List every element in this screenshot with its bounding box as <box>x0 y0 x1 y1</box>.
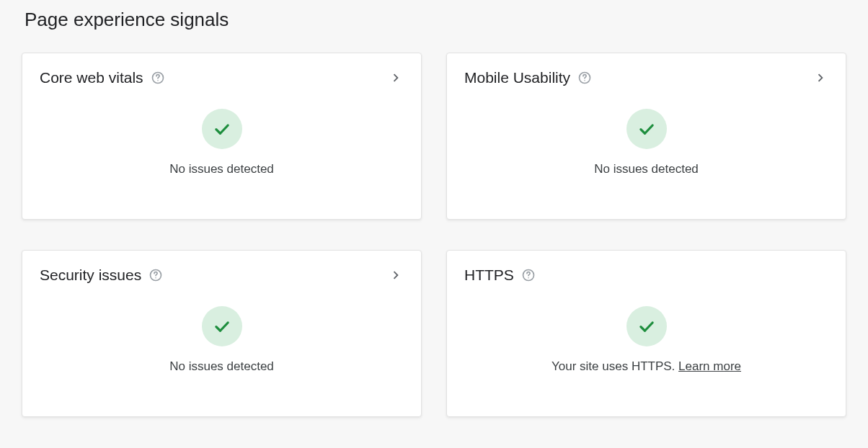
status-prefix: Your site uses HTTPS. <box>552 359 678 373</box>
svg-point-5 <box>155 277 156 279</box>
check-icon <box>202 109 242 149</box>
card-body: Your site uses HTTPS. Learn more <box>464 284 828 400</box>
check-icon <box>626 306 667 346</box>
help-icon[interactable] <box>521 268 536 282</box>
card-title: Security issues <box>40 266 141 284</box>
card-header: Security issues <box>40 266 404 284</box>
check-icon <box>202 306 242 346</box>
status-text: Your site uses HTTPS. Learn more <box>552 359 741 374</box>
svg-point-7 <box>528 277 529 279</box>
chevron-right-icon[interactable] <box>388 267 404 283</box>
card-core-web-vitals[interactable]: Core web vitals <box>22 53 422 220</box>
card-title: HTTPS <box>464 266 514 284</box>
learn-more-link[interactable]: Learn more <box>678 359 741 373</box>
svg-point-1 <box>157 80 159 81</box>
chevron-right-icon[interactable] <box>812 70 828 86</box>
card-body: No issues detected <box>40 284 404 400</box>
svg-point-3 <box>584 80 585 81</box>
help-icon[interactable] <box>149 268 163 282</box>
signal-grid: Core web vitals <box>22 53 846 417</box>
card-title: Mobile Usability <box>464 69 570 86</box>
check-icon <box>626 109 667 149</box>
card-https: HTTPS Your site uses HTTPS <box>446 250 846 417</box>
status-text: No issues detected <box>169 359 274 374</box>
status-text: No issues detected <box>594 162 699 176</box>
card-body: No issues detected <box>40 86 404 203</box>
chevron-right-icon[interactable] <box>388 70 404 86</box>
card-title: Core web vitals <box>40 69 143 86</box>
card-mobile-usability[interactable]: Mobile Usability <box>446 53 846 220</box>
card-body: No issues detected <box>464 86 828 203</box>
card-header: HTTPS <box>464 266 828 284</box>
page-title: Page experience signals <box>25 9 846 31</box>
help-icon[interactable] <box>151 71 165 85</box>
card-header: Core web vitals <box>40 69 404 86</box>
card-security-issues[interactable]: Security issues <box>22 250 422 417</box>
card-header: Mobile Usability <box>464 69 828 86</box>
status-text: No issues detected <box>169 162 274 176</box>
help-icon[interactable] <box>577 71 592 85</box>
